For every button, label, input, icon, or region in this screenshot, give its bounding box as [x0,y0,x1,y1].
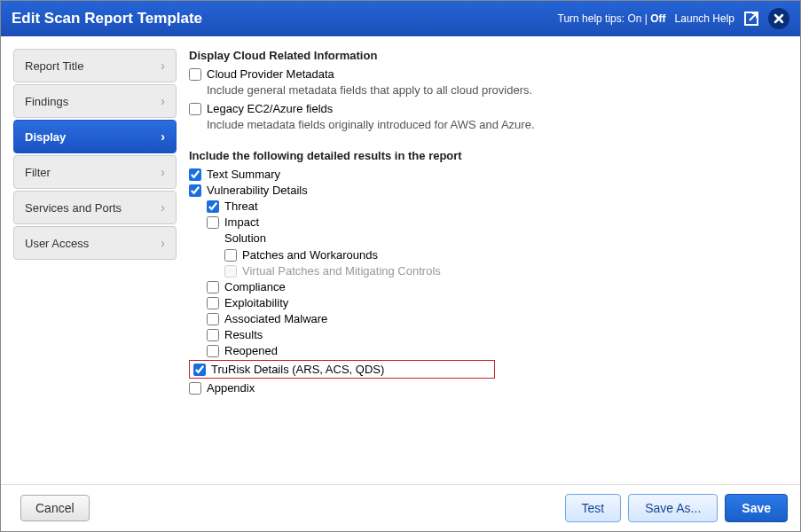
popout-icon[interactable] [743,11,759,27]
test-button[interactable]: Test [565,494,622,522]
chevron-right-icon: › [161,129,165,144]
content-wrap: Display Cloud Related Information Cloud … [189,49,788,472]
sidebar-item-label: Display [25,130,66,144]
launch-help-link[interactable]: Launch Help [675,12,734,25]
chevron-right-icon: › [161,59,165,73]
vuln-details-checkbox[interactable] [189,184,201,197]
exploitability-label[interactable]: Exploitability [224,296,288,309]
tips-on-link[interactable]: On [627,12,641,25]
impact-label[interactable]: Impact [224,215,259,229]
sidebar-item-services-ports[interactable]: Services and Ports› [13,191,177,224]
help-tips: Turn help tips: On | Off [558,12,666,25]
compliance-checkbox[interactable] [207,281,219,293]
sidebar-item-filter[interactable]: Filter› [13,155,177,189]
sidebar-item-findings[interactable]: Findings› [13,84,177,118]
sidebar-item-report-title[interactable]: Report Title› [13,49,177,82]
chevron-right-icon: › [161,165,165,179]
malware-row: Associated Malware [207,312,779,325]
cloud-provider-checkbox[interactable] [189,68,201,81]
vuln-details-label[interactable]: Vulnerability Details [207,184,308,197]
cloud-heading: Display Cloud Related Information [189,49,779,62]
sidebar-item-label: Report Title [25,59,83,73]
impact-checkbox[interactable] [207,216,219,229]
dialog-body: Report Title› Findings› Display› Filter›… [1,36,800,484]
tips-sep: | [645,12,648,25]
legacy-row: Legacy EC2/Azure fields [189,102,779,115]
impact-row: Impact [207,215,779,229]
dialog-title: Edit Scan Report Template [12,10,558,27]
results-row: Results [207,328,779,341]
detailed-heading: Include the following detailed results i… [189,149,779,162]
trurisk-label[interactable]: TruRisk Details (ARS, ACS, QDS) [211,363,491,376]
results-label[interactable]: Results [224,328,263,341]
cloud-provider-desc: Include general metadata fields that app… [207,83,779,97]
solution-label: Solution [224,231,779,245]
malware-label[interactable]: Associated Malware [224,312,327,325]
text-summary-checkbox[interactable] [189,168,201,181]
patches-label[interactable]: Patches and Workarounds [242,248,378,262]
sidebar-item-label: Findings [25,95,68,108]
cancel-button[interactable]: Cancel [20,495,90,521]
compliance-label[interactable]: Compliance [224,280,286,293]
chevron-right-icon: › [161,94,165,108]
threat-checkbox[interactable] [207,200,219,213]
threat-label[interactable]: Threat [224,200,258,213]
virtual-label: Virtual Patches and Mitigating Controls [242,264,441,278]
results-checkbox[interactable] [207,329,219,341]
text-summary-row: Text Summary [189,168,779,181]
reopened-checkbox[interactable] [207,345,219,357]
titlebar: Edit Scan Report Template Turn help tips… [1,1,800,36]
appendix-checkbox[interactable] [189,382,201,395]
threat-row: Threat [207,200,779,213]
close-icon [774,13,784,24]
tips-prefix: Turn help tips: [558,12,625,25]
cloud-provider-row: Cloud Provider Metadata [189,67,779,81]
content-scroll[interactable]: Display Cloud Related Information Cloud … [189,49,788,472]
malware-checkbox[interactable] [207,313,219,325]
cloud-provider-label[interactable]: Cloud Provider Metadata [207,67,334,81]
tips-off-link[interactable]: Off [650,12,665,25]
save-button[interactable]: Save [725,494,788,522]
chevron-right-icon: › [161,236,165,250]
trurisk-highlight: TruRisk Details (ARS, ACS, QDS) [189,360,495,379]
legacy-checkbox[interactable] [189,103,201,115]
close-button[interactable] [768,8,789,29]
compliance-row: Compliance [207,280,779,293]
trurisk-checkbox[interactable] [193,364,206,376]
sidebar-item-label: Filter [25,166,51,179]
patches-checkbox[interactable] [224,249,237,262]
reopened-row: Reopened [207,344,779,357]
reopened-label[interactable]: Reopened [224,344,278,357]
titlebar-actions: Turn help tips: On | Off Launch Help [558,8,789,29]
sidebar-item-label: User Access [25,237,89,250]
vuln-details-row: Vulnerability Details [189,184,779,197]
legacy-label[interactable]: Legacy EC2/Azure fields [207,102,333,115]
sidebar: Report Title› Findings› Display› Filter›… [13,49,177,472]
sidebar-item-user-access[interactable]: User Access› [13,226,177,260]
footer: Cancel Test Save As... Save [1,484,800,531]
exploitability-row: Exploitability [207,296,779,309]
appendix-label[interactable]: Appendix [207,381,255,395]
exploitability-checkbox[interactable] [207,297,219,309]
virtual-row: Virtual Patches and Mitigating Controls [224,264,779,278]
patches-row: Patches and Workarounds [224,248,779,262]
save-as-button[interactable]: Save As... [628,494,718,522]
dialog: Edit Scan Report Template Turn help tips… [0,0,801,532]
text-summary-label[interactable]: Text Summary [207,168,280,181]
virtual-checkbox [224,265,237,278]
legacy-desc: Include metadata fields originally intro… [207,118,779,131]
appendix-row: Appendix [189,381,779,395]
chevron-right-icon: › [161,200,165,215]
sidebar-item-label: Services and Ports [25,201,122,215]
sidebar-item-display[interactable]: Display› [13,120,177,153]
